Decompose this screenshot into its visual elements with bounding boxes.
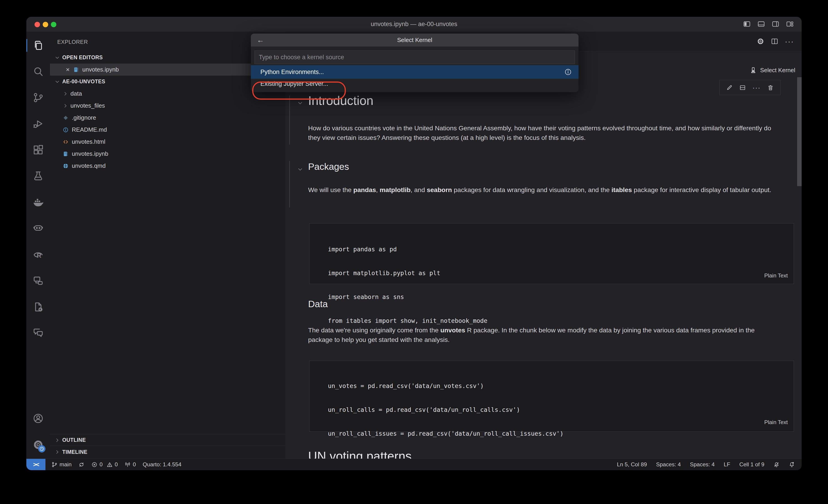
search-icon[interactable] xyxy=(33,66,44,77)
quickpick-header: ← Select Kernel xyxy=(251,34,579,47)
quickpick-title: Select Kernel xyxy=(251,34,579,47)
comments-icon[interactable] xyxy=(33,327,44,338)
tree-item-readme[interactable]: README.md xyxy=(50,124,285,136)
quickpick-item-existing-jupyter-server[interactable]: Existing Jupyter Server... xyxy=(251,79,579,89)
chevron-right-icon xyxy=(63,91,68,96)
quickpick-item-python-environments[interactable]: Python Environments... xyxy=(251,65,579,79)
close-icon[interactable]: × xyxy=(66,66,70,73)
tree-item-unvotes-qmd[interactable]: unvotes.qmd xyxy=(50,160,285,172)
select-kernel-quickpick: ← Select Kernel Python Environments... E… xyxy=(251,34,579,92)
window-title: unvotes.ipynb — ae-00-unvotes xyxy=(26,17,802,32)
intro-heading: Introduction xyxy=(308,93,373,108)
code-content: import pandas as pd import matplotlib.py… xyxy=(328,230,487,339)
explorer-icon[interactable] xyxy=(33,40,44,51)
source-control-icon[interactable] xyxy=(33,92,44,103)
code-cell-imports[interactable]: import pandas as pd import matplotlib.py… xyxy=(309,223,794,284)
tree-item-gitignore[interactable]: .gitignore xyxy=(50,112,285,124)
notifications-bell-icon[interactable] xyxy=(789,462,795,468)
quarto-file-icon xyxy=(63,163,69,169)
errors-icon xyxy=(91,462,97,468)
cell-language-label[interactable]: Plain Text xyxy=(764,419,788,425)
explorer-sidebar: EXPLORER OPEN EDITORS × unvotes.ipynb AE… xyxy=(50,32,286,459)
indentation-status[interactable]: Spaces: 4 xyxy=(656,461,681,468)
extensions-icon[interactable] xyxy=(33,144,44,155)
workspace-section[interactable]: AE-00-UNVOTES xyxy=(50,76,285,88)
intro-paragraph: How do various countries vote in the Uni… xyxy=(308,123,780,142)
cell-border-line xyxy=(289,161,290,208)
ports-status[interactable]: 0 xyxy=(125,461,136,468)
open-editor-unvotes-ipynb[interactable]: × unvotes.ipynb xyxy=(50,63,285,76)
cell-border-line xyxy=(289,96,290,145)
collapse-section-icon[interactable] xyxy=(297,100,303,106)
remote-explorer-icon[interactable] xyxy=(33,275,44,286)
warnings-icon xyxy=(107,462,113,468)
code-cell-read-data[interactable]: un_votes = pd.read_csv('data/un_votes.cs… xyxy=(309,361,794,431)
notebook-file-icon xyxy=(63,151,69,157)
cell-language-label[interactable]: Plain Text xyxy=(764,272,788,279)
select-kernel-button[interactable]: Select Kernel xyxy=(750,63,795,77)
copilot-icon[interactable] xyxy=(33,223,44,234)
notebook-file-icon xyxy=(73,67,79,73)
indentation-status-2[interactable]: Spaces: 4 xyxy=(690,461,715,468)
collapse-section-icon[interactable] xyxy=(297,167,303,172)
notebook-settings-gear-icon[interactable] xyxy=(757,38,764,45)
title-bar: unvotes.ipynb — ae-00-unvotes xyxy=(26,17,802,32)
testing-icon[interactable] xyxy=(33,170,44,182)
chevron-right-icon xyxy=(63,103,68,108)
edit-cell-icon[interactable] xyxy=(726,84,733,91)
status-bar: >< main 0 0 0 Quarto: 1.4.554 Ln 5, Col … xyxy=(26,459,802,470)
open-editors-section[interactable]: OPEN EDITORS xyxy=(50,51,285,63)
eol-status[interactable]: LF xyxy=(724,461,730,468)
vscode-window: unvotes.ipynb — ae-00-unvotes R EXPLORER xyxy=(26,17,802,470)
activity-bar: R xyxy=(26,32,50,459)
problems-status[interactable]: 0 0 xyxy=(91,461,118,468)
cell-position-status[interactable]: Cell 1 of 9 xyxy=(739,461,764,468)
r-language-icon[interactable]: R xyxy=(33,248,44,260)
toggle-primary-sidebar-icon[interactable] xyxy=(743,20,751,28)
customize-layout-icon[interactable] xyxy=(786,20,794,28)
editor-scrollbar[interactable] xyxy=(797,77,802,186)
more-actions-icon[interactable]: ··· xyxy=(785,38,794,45)
back-arrow-icon[interactable]: ← xyxy=(257,34,264,47)
docker-icon[interactable] xyxy=(33,196,44,208)
remote-indicator[interactable]: >< xyxy=(26,459,45,470)
accounts-icon[interactable] xyxy=(33,413,44,424)
quarto-version-status[interactable]: Quarto: 1.4.554 xyxy=(143,461,181,468)
cursor-position-status[interactable]: Ln 5, Col 89 xyxy=(617,461,647,468)
chevron-down-icon xyxy=(54,79,60,85)
more-cell-actions-icon[interactable]: ··· xyxy=(753,84,761,91)
profile-badge-clock-icon xyxy=(38,445,45,453)
kernel-icon xyxy=(750,66,757,74)
tree-item-unvotes-ipynb[interactable]: unvotes.ipynb xyxy=(50,148,285,160)
packages-paragraph: We will use the pandas, matplotlib, and … xyxy=(308,185,780,194)
code-runner-icon[interactable] xyxy=(33,301,44,313)
timeline-section[interactable]: TIMELINE xyxy=(50,446,285,458)
notebook-editor: ··· Select Kernel ··· Introduction How d… xyxy=(285,32,802,459)
r-logo-letter: R xyxy=(37,252,41,259)
gitignore-file-icon xyxy=(63,115,69,121)
info-icon[interactable] xyxy=(565,68,572,76)
readme-info-icon xyxy=(63,127,69,133)
screen-reader-off-icon[interactable] xyxy=(774,462,780,468)
packages-heading: Packages xyxy=(308,162,349,172)
data-heading: Data xyxy=(308,299,328,310)
radio-tower-icon xyxy=(125,462,131,468)
git-branch-status[interactable]: main xyxy=(51,461,72,468)
toggle-secondary-sidebar-icon[interactable] xyxy=(772,20,780,28)
kernel-source-input[interactable] xyxy=(255,54,575,61)
tree-item-unvotes-html[interactable]: unvotes.html xyxy=(50,136,285,148)
split-cell-icon[interactable] xyxy=(739,84,746,91)
tree-item-data-folder[interactable]: data xyxy=(50,88,285,100)
chevron-right-icon xyxy=(54,438,60,443)
chevron-right-icon xyxy=(54,449,60,455)
un-voting-patterns-heading: UN voting patterns xyxy=(308,449,412,459)
tree-item-unvotes-files-folder[interactable]: unvotes_files xyxy=(50,100,285,112)
toggle-panel-icon[interactable] xyxy=(757,20,765,28)
active-view-indicator xyxy=(26,39,27,52)
open-editor-label: unvotes.ipynb xyxy=(82,66,119,73)
sync-icon[interactable] xyxy=(78,462,85,468)
outline-section[interactable]: OUTLINE xyxy=(50,434,285,446)
run-debug-icon[interactable] xyxy=(33,118,44,129)
delete-cell-icon[interactable] xyxy=(767,84,774,91)
split-editor-icon[interactable] xyxy=(771,38,779,45)
